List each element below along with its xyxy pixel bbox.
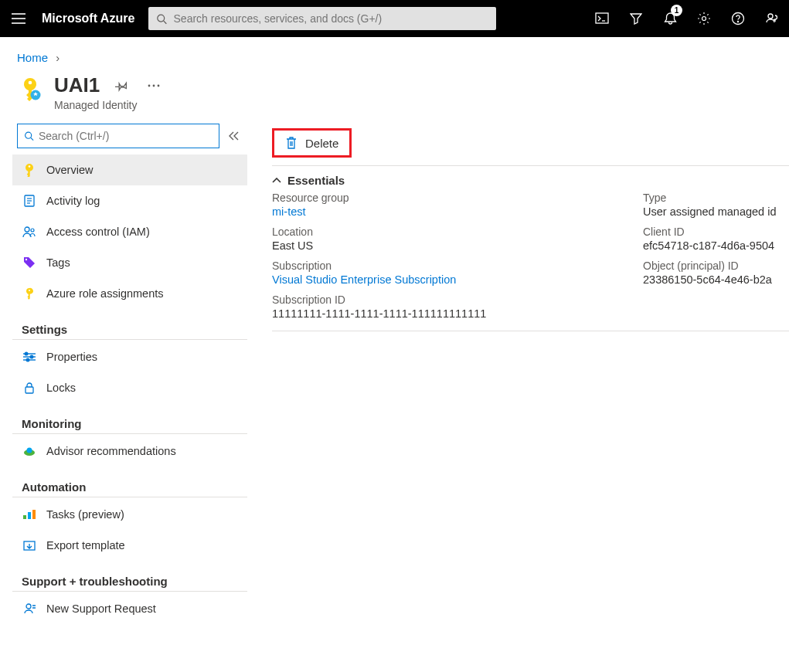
- sidebar-item-label: Export template: [46, 539, 125, 552]
- menu-icon[interactable]: [0, 0, 37, 37]
- tasks-icon: [22, 507, 37, 522]
- client-id-label: Client ID: [643, 226, 789, 238]
- section-automation: Automation: [12, 467, 247, 497]
- section-support: Support + troubleshooting: [12, 561, 247, 592]
- collapse-sidebar-icon[interactable]: [224, 127, 243, 145]
- object-id-label: Object (principal) ID: [643, 260, 789, 272]
- subscription-id-value: 11111111-1111-1111-1111-111111111111: [272, 307, 789, 320]
- sidebar-search[interactable]: [17, 124, 219, 148]
- more-icon[interactable]: [143, 75, 165, 97]
- delete-label: Delete: [305, 137, 338, 150]
- global-search-input[interactable]: [174, 12, 489, 25]
- sidebar-item-label: Activity log: [46, 195, 100, 207]
- sidebar-item-label: Locks: [46, 382, 76, 394]
- top-bar: Microsoft Azure 1: [0, 0, 789, 37]
- notification-badge: 1: [671, 5, 682, 16]
- role-key-icon: [22, 286, 37, 301]
- essentials-section: Resource group mi-test Type User assigne…: [272, 192, 789, 331]
- sidebar-item-azure-role-assignments[interactable]: Azure role assignments: [12, 278, 247, 309]
- object-id-value: 23386150-5c64-4e46-b2a: [643, 273, 789, 286]
- type-value: User assigned managed id: [643, 205, 789, 218]
- section-monitoring: Monitoring: [12, 403, 247, 434]
- sidebar-item-new-support[interactable]: New Support Request: [12, 593, 247, 624]
- sidebar-item-label: New Support Request: [46, 602, 156, 615]
- svg-point-30: [25, 352, 28, 355]
- export-template-icon: [22, 538, 37, 553]
- svg-point-14: [153, 84, 155, 87]
- sidebar-item-tasks[interactable]: Tasks (preview): [12, 499, 247, 530]
- sidebar-item-label: Properties: [46, 351, 97, 363]
- svg-point-24: [31, 229, 34, 232]
- subscription-id-label: Subscription ID: [272, 294, 789, 306]
- properties-icon: [22, 349, 37, 365]
- type-label: Type: [643, 192, 789, 204]
- essentials-toggle[interactable]: Essentials: [272, 166, 789, 192]
- page-title: UAI1: [54, 73, 100, 97]
- svg-point-31: [30, 355, 33, 358]
- brand-label[interactable]: Microsoft Azure: [37, 12, 148, 25]
- svg-point-13: [148, 84, 151, 87]
- sidebar: Overview Activity log Access control (IA…: [12, 124, 250, 624]
- activity-log-icon: [22, 193, 37, 209]
- delete-button[interactable]: Delete: [272, 128, 352, 158]
- cloudshell-icon[interactable]: [585, 0, 619, 37]
- managed-identity-icon: [17, 76, 43, 103]
- client-id-value: efc54718-c187-4d6a-9504: [643, 239, 789, 252]
- breadcrumb: Home ›: [0, 37, 789, 69]
- svg-point-32: [26, 358, 29, 361]
- subscription-label: Subscription: [272, 260, 643, 272]
- svg-point-25: [26, 259, 27, 260]
- svg-line-17: [31, 137, 33, 140]
- svg-point-9: [737, 21, 738, 22]
- svg-point-3: [158, 15, 165, 22]
- svg-rect-38: [32, 510, 36, 519]
- sidebar-item-access-control[interactable]: Access control (IAM): [12, 216, 247, 247]
- iam-icon: [22, 224, 37, 239]
- sidebar-item-label: Advisor recommendations: [46, 445, 176, 457]
- sidebar-item-label: Overview: [46, 164, 93, 176]
- help-icon[interactable]: [721, 0, 755, 37]
- svg-point-23: [25, 227, 29, 232]
- svg-point-18: [29, 165, 31, 168]
- page-header: UAI1 Managed Identity: [0, 69, 789, 119]
- svg-rect-36: [23, 515, 26, 519]
- sidebar-item-export-template[interactable]: Export template: [12, 530, 247, 561]
- svg-rect-37: [28, 512, 31, 519]
- svg-point-16: [26, 132, 32, 138]
- breadcrumb-home[interactable]: Home: [17, 51, 48, 64]
- action-bar: Delete: [272, 125, 789, 166]
- sidebar-item-advisor[interactable]: Advisor recommendations: [12, 436, 247, 467]
- sidebar-item-label: Tasks (preview): [46, 508, 124, 521]
- sidebar-item-label: Access control (IAM): [46, 226, 150, 238]
- svg-rect-5: [596, 13, 608, 23]
- svg-point-11: [29, 81, 32, 85]
- sidebar-item-label: Azure role assignments: [46, 287, 164, 300]
- location-label: Location: [272, 226, 643, 238]
- sidebar-item-overview[interactable]: Overview: [12, 154, 247, 185]
- sidebar-item-locks[interactable]: Locks: [12, 372, 247, 403]
- tag-icon: [22, 255, 37, 270]
- sidebar-search-input[interactable]: [39, 130, 213, 142]
- pin-icon[interactable]: [111, 75, 132, 97]
- sidebar-item-label: Tags: [46, 256, 70, 269]
- notifications-icon[interactable]: 1: [653, 0, 687, 37]
- lock-icon: [22, 380, 37, 395]
- section-settings: Settings: [12, 309, 247, 340]
- essentials-title: Essentials: [287, 174, 345, 187]
- resource-group-value[interactable]: mi-test: [272, 205, 643, 218]
- svg-point-40: [26, 604, 31, 609]
- feedback-icon[interactable]: [755, 0, 789, 37]
- svg-point-15: [158, 84, 160, 87]
- resource-group-label: Resource group: [272, 192, 643, 204]
- svg-point-26: [29, 290, 30, 291]
- svg-point-10: [768, 14, 773, 19]
- settings-icon[interactable]: [687, 0, 721, 37]
- sidebar-item-properties[interactable]: Properties: [12, 341, 247, 372]
- filter-icon[interactable]: [619, 0, 653, 37]
- sidebar-item-activity-log[interactable]: Activity log: [12, 185, 247, 216]
- page-subtitle: Managed Identity: [54, 99, 165, 111]
- global-search[interactable]: [148, 7, 496, 30]
- subscription-value[interactable]: Visual Studio Enterprise Subscription: [272, 273, 643, 286]
- sidebar-item-tags[interactable]: Tags: [12, 247, 247, 278]
- support-icon: [22, 601, 37, 616]
